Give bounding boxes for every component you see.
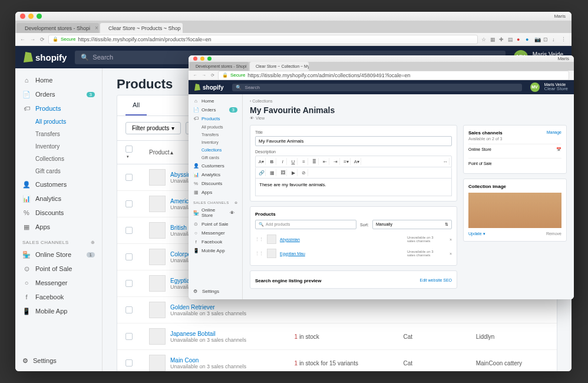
edit-seo-link[interactable]: Edit website SEO — [420, 278, 452, 283]
tab-all[interactable]: All — [125, 95, 147, 115]
clear-icon[interactable]: ⊘ — [300, 169, 308, 176]
sidebar-sub-transfers[interactable]: Transfers — [15, 128, 102, 140]
view-link[interactable]: 👁View — [250, 116, 567, 120]
star-icon[interactable]: ☆ — [481, 37, 487, 42]
table-icon[interactable]: ▦ — [268, 169, 276, 176]
row-checkbox[interactable] — [125, 359, 133, 367]
user-menu[interactable]: MV Maris Veide Clear Store — [530, 82, 568, 92]
ext-icon[interactable]: ↓ — [552, 37, 558, 42]
minimize-icon[interactable] — [200, 57, 204, 61]
sidebar-item-home[interactable]: ⌂Home — [189, 97, 242, 105]
sidebar-sub-all-products[interactable]: All products — [15, 115, 102, 128]
sidebar-sub-inventory[interactable]: Inventory — [15, 140, 102, 153]
reload-icon[interactable]: ⟳ — [40, 37, 45, 42]
sidebar-item-discounts[interactable]: %Discounts — [15, 206, 102, 220]
link-icon[interactable]: 🔗 — [257, 169, 266, 176]
sidebar-sub-gift-cards[interactable]: Gift cards — [15, 165, 102, 177]
global-search[interactable]: 🔍 Search — [232, 84, 522, 91]
shopify-logo[interactable]: shopify — [194, 84, 224, 91]
ext-icon[interactable]: ● — [526, 37, 531, 42]
row-checkbox[interactable] — [125, 174, 133, 181]
manage-link[interactable]: Manage — [547, 130, 561, 136]
channel-point-of-sale[interactable]: ⊙Point of Sale — [15, 262, 102, 276]
outdent-icon[interactable]: ⇤ — [321, 158, 329, 165]
close-tab-icon[interactable]: × — [95, 25, 98, 31]
italic-icon[interactable]: I — [279, 158, 287, 165]
sidebar-sub-all-products[interactable]: All products — [189, 123, 242, 131]
update-image-link[interactable]: Update ▾ — [468, 232, 485, 236]
maximize-icon[interactable] — [207, 57, 212, 61]
select-all-checkbox[interactable] — [125, 146, 133, 153]
row-checkbox[interactable] — [125, 333, 133, 340]
ext-icon[interactable]: ▤ — [508, 37, 514, 42]
breadcrumb[interactable]: ‹ Collections — [250, 99, 567, 103]
underline-icon[interactable]: U — [289, 158, 298, 165]
product-name-link[interactable]: Egyptian Mau — [280, 252, 305, 256]
sidebar-item-analytics[interactable]: 📊Analytics — [189, 170, 242, 179]
sidebar-sub-collections[interactable]: Collections — [15, 153, 102, 165]
align-icon[interactable]: ≡▾ — [342, 158, 351, 165]
ext-icon[interactable]: ✚ — [499, 37, 505, 42]
numbered-list-icon[interactable]: ≣ — [310, 158, 319, 165]
channel-messenger[interactable]: ○Messenger — [189, 229, 242, 237]
channel-online-store[interactable]: 🏪Online Store1 — [15, 247, 102, 262]
settings-link[interactable]: ⚙ Settings — [189, 287, 224, 296]
indent-icon[interactable]: ⇥ — [332, 158, 340, 165]
image-icon[interactable]: 🖼 — [279, 169, 287, 176]
sidebar-sub-gift-cards[interactable]: Gift cards — [189, 154, 242, 161]
browser-tab[interactable]: Clear Store ~ Collection ~ My× — [250, 62, 309, 71]
sidebar-item-apps[interactable]: ▦Apps — [189, 188, 242, 197]
product-name-link[interactable]: Japanese Bobtail — [170, 331, 246, 337]
settings-link[interactable]: ⚙ Settings — [15, 354, 64, 368]
desc-editor[interactable]: These are my favourite animals. — [255, 179, 452, 196]
bullet-list-icon[interactable]: ≡ — [300, 158, 308, 165]
sidebar-item-orders[interactable]: 📄Orders3 — [15, 87, 102, 101]
bold-icon[interactable]: B — [268, 158, 276, 165]
back-icon[interactable]: ← — [20, 37, 25, 42]
html-icon[interactable]: ↔ — [441, 158, 450, 165]
format-dropdown[interactable]: A▾ — [257, 158, 266, 165]
drag-handle-icon[interactable]: ⋮⋮ — [255, 251, 263, 256]
product-name-link[interactable]: Main Coon — [170, 357, 246, 364]
url-field[interactable]: 🔒 Secure https://itissible.myshopify.com… — [48, 35, 478, 44]
sidebar-sub-inventory[interactable]: Inventory — [189, 138, 242, 146]
menu-icon[interactable]: ⋮ — [561, 37, 567, 42]
ext-icon[interactable]: ⊡ — [543, 37, 549, 42]
channel-messenger[interactable]: ○Messenger — [15, 276, 102, 290]
channel-facebook[interactable]: fFacebook — [15, 290, 102, 304]
product-name-link[interactable]: Abyssinian — [280, 237, 300, 242]
row-checkbox[interactable] — [125, 200, 133, 207]
sort-select[interactable]: Manually⇅ — [372, 220, 452, 229]
color-icon[interactable]: A▾ — [353, 158, 361, 165]
url-field[interactable]: 🔒 Secure https://itissible.myshopify.com… — [218, 71, 569, 80]
sidebar-item-analytics[interactable]: 📊Analytics — [15, 192, 102, 206]
sidebar-item-customers[interactable]: 👤Customers — [189, 161, 242, 170]
forward-icon[interactable]: → — [202, 73, 206, 78]
eye-icon[interactable]: 👁 — [227, 210, 237, 216]
sidebar-item-apps[interactable]: ▦Apps — [15, 220, 102, 234]
channel-icon[interactable]: 📅 — [556, 147, 561, 152]
back-icon[interactable]: ← — [193, 73, 197, 78]
channel-point-of-sale[interactable]: ⊙Point of Sale — [189, 220, 242, 229]
browser-tab[interactable]: Clear Store ~ Products ~ Shop× — [100, 23, 183, 33]
remove-image-link[interactable]: Remove — [546, 232, 561, 236]
channel-facebook[interactable]: fFacebook — [189, 237, 242, 246]
add-channel-icon[interactable]: ⊕ — [234, 200, 238, 204]
channel-mobile-app[interactable]: 📱Mobile App — [189, 246, 242, 255]
sidebar-item-products[interactable]: 🏷Products — [15, 101, 102, 115]
close-icon[interactable] — [193, 57, 197, 61]
remove-product-icon[interactable]: × — [450, 252, 452, 256]
sidebar-item-discounts[interactable]: %Discounts — [189, 179, 242, 188]
channel-online-store[interactable]: 🏪Online Store👁 — [189, 206, 242, 220]
video-icon[interactable]: ▶ — [289, 169, 298, 176]
ext-icon[interactable]: ▦ — [490, 37, 496, 42]
row-checkbox[interactable] — [125, 227, 133, 234]
sidebar-sub-collections[interactable]: Collections — [189, 146, 242, 154]
row-checkbox[interactable] — [125, 306, 133, 313]
chevron-down-icon[interactable]: ▾ — [127, 154, 129, 159]
browser-tab[interactable]: Development stores - Shopi× — [16, 23, 99, 33]
ext-icon[interactable]: ● — [517, 37, 523, 42]
remove-product-icon[interactable]: × — [450, 237, 452, 242]
add-channel-icon[interactable]: ⊕ — [91, 240, 95, 245]
add-products-input[interactable]: 🔍Add products — [255, 220, 356, 229]
